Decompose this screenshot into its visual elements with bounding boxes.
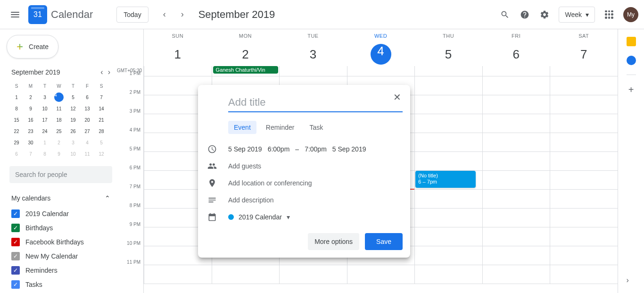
date-header[interactable]: 2 <box>212 42 280 66</box>
hour-cell[interactable] <box>279 265 347 284</box>
hour-cell[interactable] <box>482 265 550 284</box>
allday-cell[interactable] <box>482 66 550 76</box>
hour-cell[interactable] <box>482 152 550 170</box>
create-button[interactable]: + Create <box>7 35 58 59</box>
mini-day[interactable]: 5 <box>66 92 80 103</box>
mini-day[interactable]: 6 <box>80 92 94 103</box>
hour-cell[interactable] <box>482 190 550 208</box>
mini-day[interactable]: 8 <box>9 103 24 114</box>
calendar-item[interactable]: ✓Reminders <box>11 263 110 277</box>
hour-cell[interactable] <box>482 171 550 189</box>
mini-day[interactable]: 8 <box>38 148 52 159</box>
mini-day[interactable]: 4 <box>52 92 66 103</box>
hour-cell[interactable] <box>482 227 550 246</box>
hour-cell[interactable] <box>550 209 618 227</box>
mini-day[interactable]: 28 <box>94 126 108 137</box>
start-time[interactable]: 6:00pm <box>268 145 290 153</box>
mini-day[interactable]: 7 <box>24 148 38 159</box>
mini-day[interactable]: 25 <box>52 126 66 137</box>
google-apps-button[interactable] <box>603 9 615 20</box>
allday-cell[interactable] <box>279 66 347 76</box>
date-header[interactable]: 1 <box>144 42 212 66</box>
mini-day[interactable]: 21 <box>94 114 108 126</box>
calendar-item[interactable]: ✓Birthdays <box>11 221 110 235</box>
hour-cell[interactable] <box>414 246 482 265</box>
mini-day[interactable]: 12 <box>94 148 108 159</box>
prev-week-button[interactable]: ‹ <box>157 7 172 22</box>
date-header[interactable]: 5 <box>414 42 482 66</box>
hour-cell[interactable] <box>347 265 415 284</box>
hour-cell[interactable] <box>550 76 618 95</box>
save-button[interactable]: Save <box>365 233 403 250</box>
hour-cell[interactable] <box>212 265 280 284</box>
hour-cell[interactable] <box>550 227 618 246</box>
hour-cell[interactable] <box>482 114 550 133</box>
allday-cell[interactable]: Ganesh Chaturthi/Vin <box>212 66 280 76</box>
mini-day[interactable]: 26 <box>66 126 80 137</box>
hour-cell[interactable] <box>414 76 482 95</box>
search-button[interactable] <box>499 9 511 20</box>
next-week-button[interactable]: › <box>175 7 190 22</box>
tab-reminder[interactable]: Reminder <box>260 121 300 134</box>
start-date[interactable]: 5 Sep 2019 <box>228 145 262 153</box>
calendar-item[interactable]: ✓Facebook Birthdays <box>11 235 110 249</box>
hour-cell[interactable] <box>550 190 618 208</box>
close-button[interactable]: ✕ <box>389 90 405 105</box>
hour-cell[interactable] <box>550 133 618 151</box>
mini-day[interactable]: 3 <box>38 92 52 103</box>
mini-day[interactable]: 13 <box>80 103 94 114</box>
allday-cell[interactable] <box>347 66 415 76</box>
allday-cell[interactable] <box>414 66 482 76</box>
hour-cell[interactable] <box>414 265 482 284</box>
today-button[interactable]: Today <box>116 7 148 23</box>
location-row[interactable]: Add location or conferencing <box>206 175 403 192</box>
calendar-item[interactable]: ✓2019 Calendar <box>11 207 110 221</box>
account-avatar[interactable]: My <box>623 7 638 22</box>
mini-day[interactable]: 15 <box>9 114 24 126</box>
mini-day[interactable]: 10 <box>66 148 80 159</box>
hour-cell[interactable] <box>414 95 482 114</box>
get-addons-button[interactable]: + <box>628 84 634 95</box>
date-header[interactable]: 6 <box>482 42 550 66</box>
calendar-item[interactable]: ✓New My Calendar <box>11 249 110 263</box>
date-header[interactable]: 3 <box>279 42 347 66</box>
hour-cell[interactable] <box>144 265 212 284</box>
allday-cell[interactable] <box>550 66 618 76</box>
mini-day[interactable]: 27 <box>80 126 94 137</box>
mini-prev-button[interactable]: ‹ <box>100 68 103 76</box>
mini-day[interactable]: 17 <box>38 114 52 126</box>
keep-addon-button[interactable] <box>627 37 636 46</box>
hour-cell[interactable] <box>482 209 550 227</box>
description-row[interactable]: Add description <box>206 192 403 209</box>
mini-day[interactable]: 2 <box>52 137 66 148</box>
hour-cell[interactable] <box>414 114 482 133</box>
calendar-item[interactable]: ✓Tasks <box>11 277 110 292</box>
hour-cell[interactable] <box>550 265 618 284</box>
hour-cell[interactable] <box>414 133 482 151</box>
mini-day[interactable]: 10 <box>38 103 52 114</box>
mini-day[interactable]: 29 <box>9 137 24 148</box>
hour-cell[interactable] <box>414 227 482 246</box>
mini-day[interactable]: 6 <box>9 148 24 159</box>
mini-day[interactable]: 30 <box>24 137 38 148</box>
guests-row[interactable]: Add guests <box>206 158 403 175</box>
mini-day[interactable]: 14 <box>94 103 108 114</box>
search-people-input[interactable]: Search for people <box>9 166 112 183</box>
allday-event[interactable]: Ganesh Chaturthi/Vin <box>213 66 279 74</box>
hour-cell[interactable] <box>482 246 550 265</box>
mini-day[interactable]: 9 <box>52 148 66 159</box>
mini-day[interactable]: 9 <box>24 103 38 114</box>
mini-day[interactable]: 11 <box>80 148 94 159</box>
mini-day[interactable]: 1 <box>38 137 52 148</box>
mini-day[interactable]: 16 <box>24 114 38 126</box>
main-menu-button[interactable] <box>6 5 25 24</box>
hour-cell[interactable] <box>482 95 550 114</box>
mini-day[interactable]: 4 <box>80 137 94 148</box>
tasks-addon-button[interactable] <box>627 56 636 65</box>
view-selector[interactable]: Week▾ <box>559 7 595 23</box>
date-header[interactable]: 7 <box>550 42 618 66</box>
hour-cell[interactable] <box>414 209 482 227</box>
hour-cell[interactable] <box>414 190 482 208</box>
mini-day[interactable]: 7 <box>94 92 108 103</box>
event-block[interactable]: (No title)6 – 7pm <box>415 171 476 188</box>
